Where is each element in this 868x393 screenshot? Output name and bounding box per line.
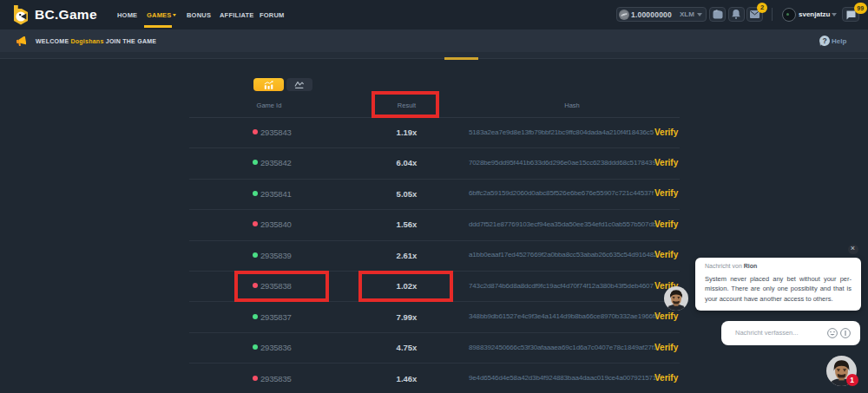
svg-text:?: ? <box>822 36 826 45</box>
